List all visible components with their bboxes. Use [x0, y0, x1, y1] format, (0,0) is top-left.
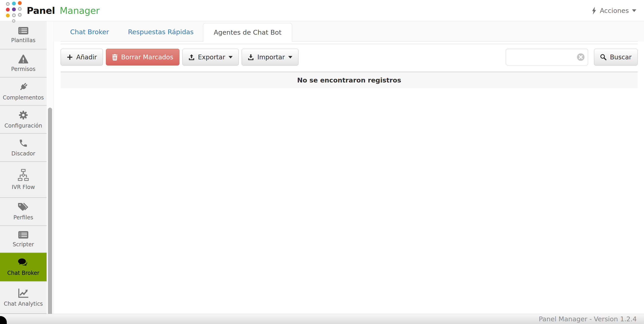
trash-icon: [112, 54, 118, 61]
sidebar-item-label: Scripter: [13, 242, 34, 247]
lightning-bolt-icon: [592, 7, 597, 15]
empty-records-message: No se encontraron registros: [297, 76, 401, 84]
search-button-label: Buscar: [610, 54, 632, 61]
warning-icon: [18, 54, 28, 63]
empty-records-row: No se encontraron registros: [61, 72, 638, 88]
app-header: Panel Manager Acciones: [0, 0, 644, 21]
tab-chat-broker[interactable]: Chat Broker: [61, 23, 118, 42]
import-dropdown-button[interactable]: Importar: [242, 49, 298, 66]
sidebar-item-label: Chat Analytics: [4, 301, 43, 307]
sidebar-item-configuracion[interactable]: Configuración: [0, 106, 46, 134]
footer-version-text: Panel Manager - Version 1.2.4: [539, 315, 637, 323]
export-button-label: Exportar: [198, 54, 225, 61]
clear-search-icon[interactable]: [577, 54, 584, 61]
sidebar-item-chat-broker[interactable]: Chat Broker: [0, 253, 46, 282]
caret-down-icon: [228, 56, 232, 58]
app-title-primary: Panel: [27, 5, 55, 16]
sidebar-item-plantillas[interactable]: Plantillas: [0, 21, 46, 49]
sidebar-item-label: Permisos: [11, 66, 36, 72]
add-button-label: Añadir: [76, 54, 97, 61]
upload-icon: [188, 54, 194, 60]
chart-line-icon: [18, 288, 29, 298]
gear-icon: [18, 110, 28, 120]
sidebar-item-permisos[interactable]: Permisos: [0, 49, 46, 77]
chat-bubbles-icon: [18, 258, 29, 267]
flowchart-icon: [17, 169, 30, 182]
tab-bar: Chat Broker Respuestas Rápidas Agentes d…: [61, 23, 638, 42]
search-area: Buscar: [506, 49, 638, 66]
main-content: Chat Broker Respuestas Rápidas Agentes d…: [54, 21, 644, 314]
delete-marked-button-label: Borrar Marcados: [121, 54, 173, 61]
script-list-icon: [18, 231, 28, 239]
tab-bar-region: Chat Broker Respuestas Rápidas Agentes d…: [54, 21, 644, 42]
sidebar-item-complementos[interactable]: Complementos: [0, 77, 46, 106]
sidebar-item-perfiles[interactable]: Perfiles: [0, 198, 46, 226]
tab-agentes-de-chat-bot[interactable]: Agentes de Chat Bot: [203, 23, 292, 42]
add-button[interactable]: Añadir: [61, 49, 103, 66]
panel-separator: [61, 44, 638, 44]
tab-respuestas-rapidas[interactable]: Respuestas Rápidas: [118, 23, 203, 42]
sidebar-item-label: Perfiles: [13, 215, 33, 220]
export-dropdown-button[interactable]: Exportar: [182, 49, 239, 66]
sidebar-item-label: Configuración: [4, 123, 42, 129]
sidebar-item-label: Plantillas: [11, 37, 36, 43]
toolbar: Añadir Borrar Marcados Exportar Importar: [61, 49, 638, 66]
app-root: Panel Manager Acciones Plantillas Permis…: [0, 0, 644, 324]
actions-menu-button[interactable]: Acciones: [592, 7, 636, 15]
logo-dots-icon: [6, 1, 22, 20]
sidebar-item-scripter[interactable]: Scripter: [0, 226, 46, 253]
tags-icon: [18, 203, 29, 212]
search-button[interactable]: Buscar: [594, 49, 638, 66]
plus-icon: [67, 54, 73, 60]
sidebar-item-label: Chat Broker: [7, 270, 39, 276]
sidebar-item-label: IVR Flow: [12, 184, 35, 190]
import-button-label: Importar: [257, 54, 285, 61]
download-icon: [248, 54, 254, 60]
phone-icon: [18, 138, 28, 148]
sidebar-item-chat-analytics[interactable]: Chat Analytics: [0, 282, 46, 314]
delete-marked-button[interactable]: Borrar Marcados: [106, 49, 180, 66]
sidebar: Plantillas Permisos Complementos Configu…: [0, 21, 46, 314]
sidebar-scrollbar[interactable]: [46, 21, 54, 314]
plug-icon: [18, 82, 28, 92]
templates-icon: [18, 27, 28, 35]
footer: Panel Manager - Version 1.2.4: [0, 314, 644, 324]
caret-down-icon: [632, 9, 636, 12]
sidebar-item-discador[interactable]: Discador: [0, 134, 46, 162]
sidebar-item-label: Discador: [11, 151, 35, 156]
search-input[interactable]: [506, 49, 588, 66]
actions-label: Acciones: [600, 7, 629, 15]
search-icon: [600, 54, 606, 60]
app-title: Panel Manager: [27, 5, 100, 16]
sidebar-item-label: Complementos: [3, 95, 44, 101]
sidebar-scrollbar-thumb[interactable]: [48, 108, 52, 314]
sidebar-item-ivr-flow[interactable]: IVR Flow: [0, 162, 46, 198]
app-title-secondary: Manager: [60, 5, 100, 16]
search-box: [506, 49, 588, 66]
caret-down-icon: [288, 56, 292, 58]
